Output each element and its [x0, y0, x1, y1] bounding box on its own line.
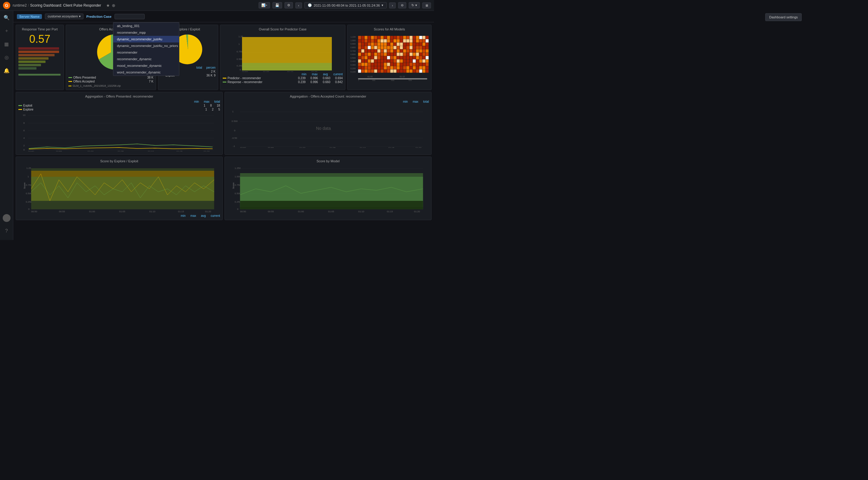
overall-avg-header: avg	[323, 73, 328, 76]
svg-text:0.600: 0.600	[350, 53, 355, 56]
svg-rect-182	[400, 56, 403, 59]
dropdown-item-ab[interactable]: ab_testing_001	[113, 23, 179, 29]
svg-rect-360	[240, 201, 423, 209]
svg-text:01:05: 01:05	[330, 147, 336, 148]
svg-rect-123	[423, 46, 426, 49]
svg-rect-80	[426, 39, 429, 42]
svg-rect-86	[374, 42, 377, 46]
svg-rect-7	[19, 74, 61, 76]
sidebar-item-target[interactable]: ◎	[2, 53, 11, 61]
svg-text:Score: Score	[232, 182, 235, 189]
svg-rect-196	[374, 59, 377, 63]
nav-back-button[interactable]: ‹	[296, 2, 302, 8]
sidebar-item-help[interactable]: ?	[2, 227, 11, 235]
dropdown-item-just4u[interactable]: dynamic_recommender_just4u	[113, 36, 179, 42]
add-panel-button[interactable]: 📊+	[258, 2, 270, 8]
svg-rect-98	[413, 42, 416, 46]
dropdown-item-word[interactable]: word_recommender_dynamic	[113, 69, 179, 76]
sidebar-item-avatar[interactable]	[3, 214, 10, 222]
save-button[interactable]: 💾	[273, 2, 282, 8]
svg-rect-88	[381, 42, 384, 46]
svg-rect-158	[394, 53, 397, 56]
nav-forward-button[interactable]: ›	[389, 2, 396, 8]
svg-text:1.250: 1.250	[235, 167, 241, 170]
svg-rect-199	[384, 59, 387, 63]
settings-button[interactable]: ⚙	[284, 2, 293, 8]
svg-text:8: 8	[24, 122, 25, 124]
svg-rect-169	[358, 56, 361, 59]
time-range-selector[interactable]: 🕐 2021-11-05 00:48:04 to 2021-11-05 01:2…	[304, 2, 387, 8]
server-name-dropdown[interactable]: customer.ecosystem ▾	[45, 13, 83, 19]
share-icon[interactable]: ⊕	[112, 3, 116, 8]
svg-text:01:05: 01:05	[118, 150, 124, 151]
offers-accepted-value: 7 K	[149, 80, 153, 83]
svg-text:1: 1	[358, 79, 359, 81]
svg-rect-224	[394, 63, 397, 66]
svg-rect-232	[419, 63, 422, 66]
svg-rect-268	[394, 70, 397, 73]
svg-rect-39	[365, 36, 368, 39]
offers-accepted-label: Offers Accepted	[73, 80, 95, 83]
svg-rect-62	[368, 39, 371, 42]
svg-rect-73	[403, 39, 406, 42]
panel-overall-score: Overall Score for Predictor Case 1.25 1 …	[220, 25, 345, 90]
monitor-icon: 🖥	[425, 4, 428, 7]
svg-rect-248	[400, 66, 403, 70]
monitor-button[interactable]: 🖥	[422, 2, 431, 8]
svg-rect-276	[419, 70, 422, 73]
svg-rect-235	[358, 66, 361, 70]
svg-rect-74	[406, 39, 409, 42]
svg-rect-204	[400, 59, 403, 63]
svg-rect-202	[394, 59, 397, 63]
exploit-pct: 9	[214, 74, 216, 77]
svg-rect-72	[400, 39, 403, 42]
svg-rect-113	[390, 46, 393, 49]
dropdown-item-mood[interactable]: mood_recommender_dynamic	[113, 62, 179, 69]
svg-rect-131	[377, 49, 380, 53]
chevron-down-icon: ▾	[381, 3, 383, 7]
refresh-button[interactable]: ↻ ▾	[409, 2, 420, 8]
svg-rect-69	[390, 39, 393, 42]
svg-text:01:00: 01:00	[367, 76, 373, 78]
svg-rect-206	[406, 59, 409, 63]
no-data-text: No data	[316, 126, 331, 131]
svg-rect-139	[403, 49, 406, 53]
sidebar-item-search[interactable]: 🔍	[2, 13, 11, 22]
svg-rect-0	[19, 47, 59, 50]
svg-rect-216	[368, 63, 371, 66]
dropdown-item-recommender-dynamic[interactable]: recommender_dynamic	[113, 56, 179, 62]
svg-rect-258	[361, 70, 364, 73]
breadcrumb-parent[interactable]: runtime2	[13, 3, 27, 7]
dropdown-item-recommender[interactable]: recommender	[113, 49, 179, 56]
svg-rect-76	[413, 39, 416, 42]
panel-agg-offers-presented: Aggregation - Offers Presented: recommen…	[16, 92, 223, 155]
zoom-out-button[interactable]: ⊖	[398, 2, 406, 8]
prediction-case-input[interactable]	[115, 14, 145, 19]
dropdown-item-mpp[interactable]: recommender_mpp	[113, 29, 179, 36]
svg-rect-120	[413, 46, 416, 49]
svg-rect-165	[416, 53, 419, 56]
time-range-label: 2021-11-05 00:48:04 to 2021-11-05 01:24:…	[314, 4, 380, 7]
score-model-chart: Score 1.250 1.000 0.750 0.500 0.250 0	[227, 165, 429, 213]
sidebar-item-bell[interactable]: 🔔	[2, 66, 11, 75]
svg-rect-127	[365, 49, 368, 53]
svg-rect-70	[394, 39, 397, 42]
svg-text:01:05: 01:05	[119, 210, 126, 213]
svg-rect-185	[410, 56, 412, 59]
svg-text:01:10: 01:10	[358, 210, 365, 213]
svg-text:01:15: 01:15	[389, 147, 395, 148]
svg-text:1.000: 1.000	[235, 175, 241, 178]
svg-rect-226	[400, 63, 403, 66]
main-content: Server Name customer.ecosystem ▾ Predict…	[13, 11, 434, 240]
sidebar-item-dashboard[interactable]: ▦	[2, 40, 11, 48]
dropdown-item-just4u-no-priors[interactable]: dynamic_recommender_just4u_no_priors	[113, 42, 179, 49]
sidebar-item-add[interactable]: ＋	[2, 27, 11, 35]
svg-rect-168	[426, 53, 429, 56]
svg-text:00:55: 00:55	[268, 210, 274, 213]
svg-text:01:15: 01:15	[400, 76, 405, 78]
explore-value: 2 K	[211, 70, 216, 73]
dashboard: Response Time per Port 0.57	[13, 22, 434, 240]
svg-rect-125	[358, 49, 361, 53]
star-icon[interactable]: ★	[106, 3, 110, 8]
svg-rect-66	[381, 39, 384, 42]
